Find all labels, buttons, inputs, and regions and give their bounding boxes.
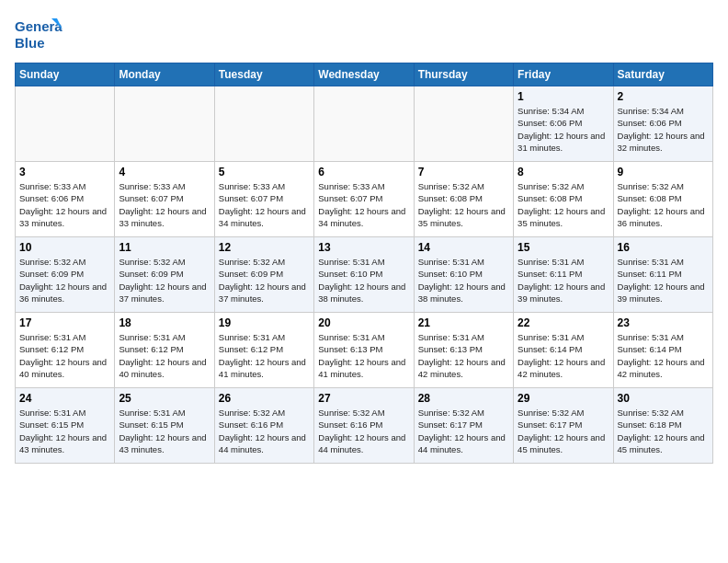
- weekday-header: Saturday: [613, 63, 712, 86]
- day-number: 3: [19, 166, 110, 178]
- day-number: 10: [19, 241, 110, 254]
- week-row: 10Sunrise: 5:32 AM Sunset: 6:09 PM Dayli…: [16, 237, 713, 313]
- calendar-cell: 17Sunrise: 5:31 AM Sunset: 6:12 PM Dayli…: [16, 313, 115, 388]
- day-info: Sunrise: 5:32 AM Sunset: 6:08 PM Dayligh…: [618, 180, 709, 229]
- calendar-cell: 12Sunrise: 5:32 AM Sunset: 6:09 PM Dayli…: [214, 237, 313, 313]
- day-info: Sunrise: 5:31 AM Sunset: 6:12 PM Dayligh…: [219, 331, 310, 380]
- calendar-cell: 16Sunrise: 5:31 AM Sunset: 6:11 PM Dayli…: [613, 237, 712, 313]
- day-number: 1: [518, 90, 609, 103]
- day-number: 17: [19, 316, 110, 329]
- calendar-cell: 4Sunrise: 5:33 AM Sunset: 6:07 PM Daylig…: [115, 162, 214, 237]
- day-info: Sunrise: 5:32 AM Sunset: 6:16 PM Dayligh…: [219, 407, 310, 455]
- calendar-cell: 21Sunrise: 5:31 AM Sunset: 6:13 PM Dayli…: [414, 313, 513, 388]
- day-info: Sunrise: 5:33 AM Sunset: 6:07 PM Dayligh…: [219, 180, 310, 229]
- calendar-cell: 14Sunrise: 5:31 AM Sunset: 6:10 PM Dayli…: [414, 237, 513, 313]
- day-number: 27: [318, 392, 409, 405]
- day-number: 18: [119, 316, 210, 329]
- day-number: 8: [518, 166, 609, 178]
- day-number: 21: [418, 316, 509, 329]
- day-info: Sunrise: 5:32 AM Sunset: 6:09 PM Dayligh…: [219, 256, 310, 304]
- calendar-cell: 30Sunrise: 5:32 AM Sunset: 6:18 PM Dayli…: [613, 388, 712, 464]
- calendar-cell: [414, 86, 513, 162]
- calendar-cell: 22Sunrise: 5:31 AM Sunset: 6:14 PM Dayli…: [514, 313, 613, 388]
- day-number: 30: [618, 392, 709, 405]
- header-row: SundayMondayTuesdayWednesdayThursdayFrid…: [16, 63, 713, 86]
- day-info: Sunrise: 5:32 AM Sunset: 6:08 PM Dayligh…: [518, 180, 609, 229]
- day-info: Sunrise: 5:32 AM Sunset: 6:09 PM Dayligh…: [119, 256, 210, 304]
- day-number: 25: [119, 392, 210, 405]
- week-row: 17Sunrise: 5:31 AM Sunset: 6:12 PM Dayli…: [16, 313, 713, 388]
- day-number: 14: [418, 241, 509, 254]
- day-number: 15: [518, 241, 609, 254]
- calendar-cell: 15Sunrise: 5:31 AM Sunset: 6:11 PM Dayli…: [514, 237, 613, 313]
- calendar-cell: [214, 86, 313, 162]
- day-number: 19: [219, 316, 310, 329]
- day-info: Sunrise: 5:32 AM Sunset: 6:17 PM Dayligh…: [418, 407, 509, 455]
- calendar-cell: 13Sunrise: 5:31 AM Sunset: 6:10 PM Dayli…: [314, 237, 414, 313]
- day-info: Sunrise: 5:32 AM Sunset: 6:16 PM Dayligh…: [318, 407, 409, 455]
- calendar-cell: 27Sunrise: 5:32 AM Sunset: 6:16 PM Dayli…: [314, 388, 414, 464]
- calendar-cell: 6Sunrise: 5:33 AM Sunset: 6:07 PM Daylig…: [314, 162, 414, 237]
- day-info: Sunrise: 5:31 AM Sunset: 6:11 PM Dayligh…: [518, 256, 609, 304]
- day-info: Sunrise: 5:34 AM Sunset: 6:06 PM Dayligh…: [518, 105, 609, 154]
- logo: GeneralBlue: [15, 15, 63, 55]
- calendar-cell: 18Sunrise: 5:31 AM Sunset: 6:12 PM Dayli…: [115, 313, 214, 388]
- weekday-header: Friday: [514, 63, 613, 86]
- calendar-cell: 7Sunrise: 5:32 AM Sunset: 6:08 PM Daylig…: [414, 162, 513, 237]
- calendar-cell: 23Sunrise: 5:31 AM Sunset: 6:14 PM Dayli…: [613, 313, 712, 388]
- day-number: 29: [518, 392, 609, 405]
- calendar-table: SundayMondayTuesdayWednesdayThursdayFrid…: [15, 63, 713, 464]
- calendar-cell: 8Sunrise: 5:32 AM Sunset: 6:08 PM Daylig…: [514, 162, 613, 237]
- logo-icon: GeneralBlue: [15, 15, 63, 55]
- calendar-cell: 2Sunrise: 5:34 AM Sunset: 6:06 PM Daylig…: [613, 86, 712, 162]
- day-info: Sunrise: 5:33 AM Sunset: 6:06 PM Dayligh…: [19, 180, 110, 229]
- weekday-header: Wednesday: [314, 63, 414, 86]
- day-number: 6: [318, 166, 409, 178]
- calendar-cell: 26Sunrise: 5:32 AM Sunset: 6:16 PM Dayli…: [214, 388, 313, 464]
- day-info: Sunrise: 5:32 AM Sunset: 6:09 PM Dayligh…: [19, 256, 110, 304]
- day-info: Sunrise: 5:32 AM Sunset: 6:17 PM Dayligh…: [518, 407, 609, 455]
- calendar-cell: 19Sunrise: 5:31 AM Sunset: 6:12 PM Dayli…: [214, 313, 313, 388]
- calendar-cell: 5Sunrise: 5:33 AM Sunset: 6:07 PM Daylig…: [214, 162, 313, 237]
- calendar-cell: 28Sunrise: 5:32 AM Sunset: 6:17 PM Dayli…: [414, 388, 513, 464]
- weekday-header: Monday: [115, 63, 214, 86]
- day-number: 16: [618, 241, 709, 254]
- calendar-cell: 9Sunrise: 5:32 AM Sunset: 6:08 PM Daylig…: [613, 162, 712, 237]
- day-info: Sunrise: 5:31 AM Sunset: 6:15 PM Dayligh…: [119, 407, 210, 455]
- day-number: 11: [119, 241, 210, 254]
- day-info: Sunrise: 5:31 AM Sunset: 6:11 PM Dayligh…: [618, 256, 709, 304]
- calendar-cell: [115, 86, 214, 162]
- day-info: Sunrise: 5:31 AM Sunset: 6:10 PM Dayligh…: [418, 256, 509, 304]
- week-row: 24Sunrise: 5:31 AM Sunset: 6:15 PM Dayli…: [16, 388, 713, 464]
- calendar-cell: [16, 86, 115, 162]
- calendar-cell: 11Sunrise: 5:32 AM Sunset: 6:09 PM Dayli…: [115, 237, 214, 313]
- day-number: 26: [219, 392, 310, 405]
- week-row: 3Sunrise: 5:33 AM Sunset: 6:06 PM Daylig…: [16, 162, 713, 237]
- day-number: 28: [418, 392, 509, 405]
- day-number: 7: [418, 166, 509, 178]
- calendar-cell: 20Sunrise: 5:31 AM Sunset: 6:13 PM Dayli…: [314, 313, 414, 388]
- day-info: Sunrise: 5:32 AM Sunset: 6:18 PM Dayligh…: [618, 407, 709, 455]
- day-number: 2: [618, 90, 709, 103]
- page-header: GeneralBlue: [15, 15, 713, 55]
- week-row: 1Sunrise: 5:34 AM Sunset: 6:06 PM Daylig…: [16, 86, 713, 162]
- day-number: 24: [19, 392, 110, 405]
- day-number: 23: [618, 316, 709, 329]
- day-number: 12: [219, 241, 310, 254]
- day-info: Sunrise: 5:33 AM Sunset: 6:07 PM Dayligh…: [318, 180, 409, 229]
- weekday-header: Thursday: [414, 63, 513, 86]
- day-number: 4: [119, 166, 210, 178]
- day-info: Sunrise: 5:31 AM Sunset: 6:14 PM Dayligh…: [618, 331, 709, 380]
- calendar-cell: 25Sunrise: 5:31 AM Sunset: 6:15 PM Dayli…: [115, 388, 214, 464]
- day-info: Sunrise: 5:31 AM Sunset: 6:14 PM Dayligh…: [518, 331, 609, 380]
- day-info: Sunrise: 5:31 AM Sunset: 6:13 PM Dayligh…: [418, 331, 509, 380]
- weekday-header: Sunday: [16, 63, 115, 86]
- calendar-cell: 1Sunrise: 5:34 AM Sunset: 6:06 PM Daylig…: [514, 86, 613, 162]
- day-info: Sunrise: 5:31 AM Sunset: 6:15 PM Dayligh…: [19, 407, 110, 455]
- day-number: 5: [219, 166, 310, 178]
- weekday-header: Tuesday: [214, 63, 313, 86]
- day-number: 22: [518, 316, 609, 329]
- day-info: Sunrise: 5:31 AM Sunset: 6:10 PM Dayligh…: [318, 256, 409, 304]
- calendar-cell: 24Sunrise: 5:31 AM Sunset: 6:15 PM Dayli…: [16, 388, 115, 464]
- day-number: 9: [618, 166, 709, 178]
